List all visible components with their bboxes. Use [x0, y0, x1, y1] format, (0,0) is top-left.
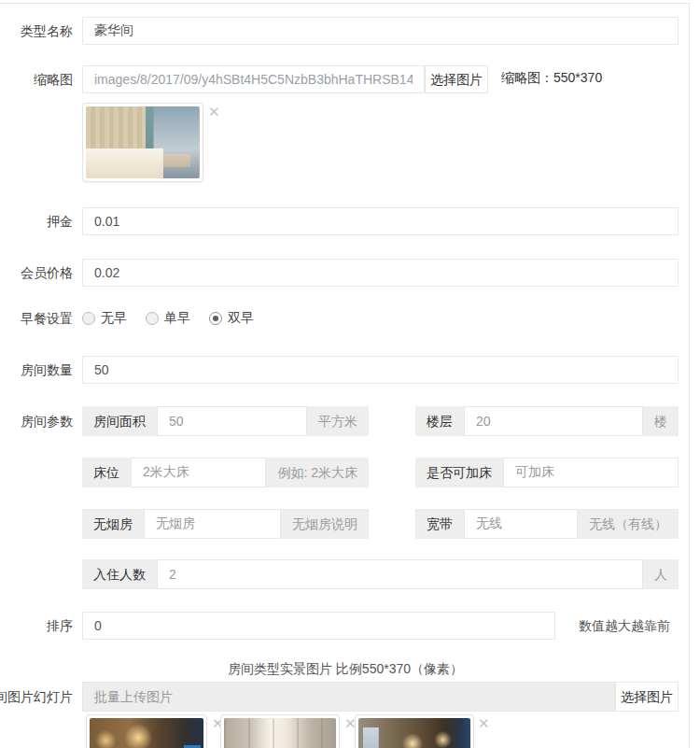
no-smoking-group: 无烟房 无烟房说明 — [82, 509, 369, 539]
extra-bed-group: 是否可加床 — [415, 458, 679, 487]
thumbnail-remove-icon[interactable]: ✕ — [208, 105, 220, 119]
row-room-params-1: 房间参数 房间面积 平方米 楼层 楼 — [0, 406, 689, 436]
deposit-label: 押金 — [0, 207, 73, 235]
row-thumbnail: 缩略图 选择图片 缩略图：550*370 — [0, 65, 689, 93]
batch-upload-field[interactable]: 批量上传图片 — [82, 682, 615, 712]
floor-input[interactable] — [464, 406, 643, 436]
extra-bed-input[interactable] — [503, 458, 679, 487]
room-params-label: 房间参数 — [0, 406, 73, 436]
radio-icon — [146, 312, 159, 325]
row-room-params-3: 无烟房 无烟房说明 宽带 无线（有线） — [0, 509, 689, 539]
gallery-thumb-1 — [86, 714, 207, 748]
bed-input[interactable] — [131, 458, 266, 487]
occupancy-label: 入住人数 — [82, 559, 157, 589]
radio-icon — [82, 312, 95, 325]
broadband-group: 宽带 无线（有线） — [415, 509, 679, 539]
area-label: 房间面积 — [82, 406, 157, 436]
occupancy-group: 入住人数 人 — [82, 559, 679, 589]
gallery-photo-3 — [358, 718, 470, 748]
area-unit: 平方米 — [307, 406, 369, 436]
row-gallery-upload: 房间图片幻灯片 批量上传图片 选择图片 — [0, 682, 689, 712]
no-smoking-label: 无烟房 — [82, 509, 144, 539]
sort-input[interactable] — [82, 612, 555, 640]
gallery-thumb-3-remove-icon[interactable]: ✕ — [478, 716, 490, 730]
radio-double-breakfast[interactable]: 双早 — [209, 310, 254, 327]
room-type-form: 类型名称 缩略图 选择图片 缩略图：550*370 ✕ 押金 会员价格 早餐设置… — [0, 0, 700, 748]
member-price-input[interactable] — [82, 259, 679, 287]
gallery-photo-1 — [90, 718, 203, 748]
broadband-input[interactable] — [464, 509, 578, 539]
right-divider — [689, 3, 690, 748]
gallery-photo-2 — [224, 718, 336, 748]
gallery-thumb-2 — [220, 714, 340, 748]
broadband-note: 无线（有线） — [578, 509, 679, 539]
row-type-name: 类型名称 — [0, 17, 689, 45]
radio-single-breakfast[interactable]: 单早 — [146, 310, 190, 327]
area-input[interactable] — [157, 406, 307, 436]
no-smoking-note: 无烟房说明 — [281, 509, 369, 539]
thumbnail-choose-image-button[interactable]: 选择图片 — [425, 65, 488, 93]
row-room-params-4: 入住人数 人 — [0, 559, 689, 589]
gallery-choose-image-button[interactable]: 选择图片 — [615, 682, 679, 712]
bed-example: 例如: 2米大床 — [266, 458, 369, 487]
sort-hint: 数值越大越靠前 — [579, 612, 670, 640]
thumbnail-photo — [86, 106, 200, 178]
gallery-thumb-3 — [355, 714, 474, 748]
bed-label: 床位 — [82, 458, 131, 487]
breakfast-radio-group: 无早 单早 双早 — [82, 309, 254, 328]
radio-no-breakfast[interactable]: 无早 — [82, 310, 127, 327]
thumbnail-label: 缩略图 — [0, 65, 73, 93]
area-group: 房间面积 平方米 — [82, 406, 369, 436]
deposit-input[interactable] — [82, 207, 679, 235]
floor-label: 楼层 — [415, 406, 464, 436]
member-price-label: 会员价格 — [0, 259, 73, 287]
row-room-count: 房间数量 — [0, 356, 689, 384]
thumbnail-path-input[interactable] — [82, 65, 425, 93]
occupancy-input[interactable] — [157, 559, 643, 589]
occupancy-unit: 人 — [643, 559, 679, 589]
bed-group: 床位 例如: 2米大床 — [82, 458, 369, 487]
row-sort: 排序 数值越大越靠前 — [0, 612, 689, 640]
row-breakfast: 早餐设置 无早 单早 双早 — [0, 309, 689, 328]
type-name-input[interactable] — [82, 17, 679, 45]
extra-bed-label: 是否可加床 — [415, 458, 503, 487]
thumbnail-preview — [82, 103, 203, 182]
row-deposit: 押金 — [0, 207, 689, 235]
type-name-label: 类型名称 — [0, 17, 73, 45]
broadband-label: 宽带 — [415, 509, 464, 539]
no-smoking-input[interactable] — [144, 509, 281, 539]
breakfast-label: 早餐设置 — [0, 309, 73, 328]
radio-checked-icon — [209, 312, 222, 325]
row-member-price: 会员价格 — [0, 259, 689, 287]
gallery-label: 房间图片幻灯片 — [0, 682, 73, 712]
room-count-input[interactable] — [82, 356, 679, 384]
thumbnail-size-hint: 缩略图：550*370 — [501, 65, 602, 90]
floor-unit: 楼 — [643, 406, 679, 436]
row-room-params-2: 床位 例如: 2米大床 是否可加床 — [0, 458, 689, 487]
top-divider — [0, 3, 691, 4]
gallery-section-title: 房间类型实景图片 比例550*370（像素） — [0, 661, 691, 678]
room-count-label: 房间数量 — [0, 356, 73, 384]
sort-label: 排序 — [0, 612, 73, 640]
floor-group: 楼层 楼 — [415, 406, 679, 436]
